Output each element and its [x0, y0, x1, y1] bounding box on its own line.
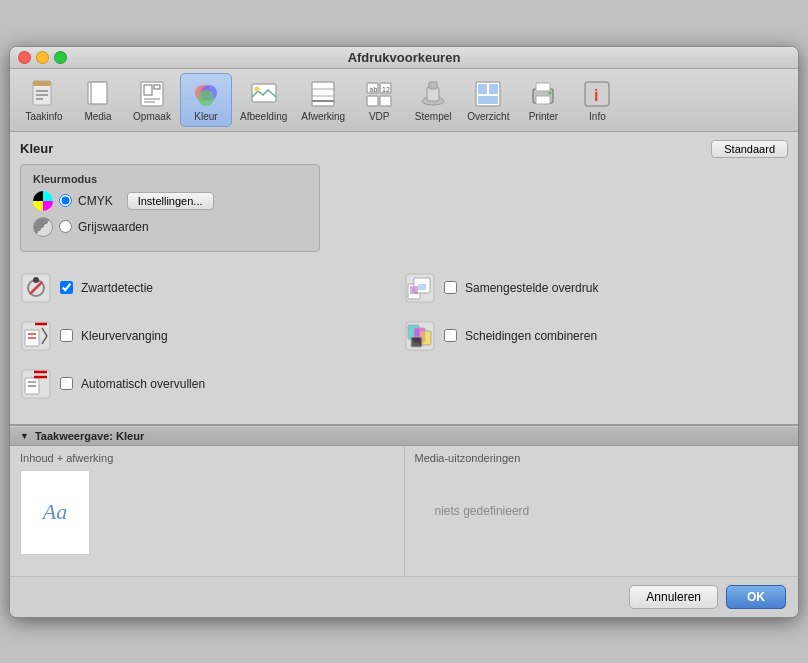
samengesteld-label: Samengestelde overdruk [465, 281, 598, 295]
grijs-label: Grijswaarden [78, 220, 149, 234]
toolbar-item-afbeelding[interactable]: Afbeelding [234, 74, 293, 126]
svg-rect-31 [478, 84, 487, 94]
option-samengesteld: Samengestelde overdruk [404, 264, 788, 312]
task-panel-header: ▼ Taakweergave: Kleur [10, 426, 798, 446]
samengesteld-checkbox[interactable] [444, 281, 457, 294]
gray-color-icon [33, 217, 53, 237]
toolbar-item-overzicht[interactable]: Overzicht [461, 74, 515, 126]
chevron-down-icon: ▼ [20, 431, 29, 441]
toolbar-label-opmaak: Opmaak [133, 111, 171, 122]
toolbar-item-stempel[interactable]: Stempel [407, 74, 459, 126]
svg-rect-33 [478, 96, 498, 104]
toolbar-item-vdp[interactable]: ab 12 VDP [353, 74, 405, 126]
svg-rect-6 [91, 82, 107, 104]
scheidingen-checkbox[interactable] [444, 329, 457, 342]
afwerking-icon [307, 78, 339, 110]
toolbar-item-kleur[interactable]: Kleur [180, 73, 232, 127]
close-button[interactable] [18, 51, 31, 64]
toolbar-label-printer: Printer [529, 111, 558, 122]
svg-text:ab: ab [370, 86, 378, 93]
kleurvervanging-icon [20, 320, 52, 352]
toolbar-item-printer[interactable]: Printer [517, 74, 569, 126]
stempel-icon [417, 78, 449, 110]
scheidingen-icon [404, 320, 436, 352]
ok-button[interactable]: OK [726, 585, 786, 609]
automatisch-icon [20, 368, 52, 400]
options-grid: Zwartdetectie [20, 264, 788, 416]
info-icon: i [581, 78, 613, 110]
svg-rect-17 [312, 82, 334, 106]
cmyk-label: CMYK [78, 194, 113, 208]
toolbar-label-overzicht: Overzicht [467, 111, 509, 122]
svg-rect-24 [380, 96, 391, 106]
svg-rect-23 [367, 96, 378, 106]
opmaak-icon [136, 78, 168, 110]
cmyk-radio[interactable] [59, 194, 72, 207]
svg-point-16 [254, 86, 259, 91]
cancel-button[interactable]: Annuleren [629, 585, 718, 609]
toolbar-item-media[interactable]: Media [72, 74, 124, 126]
task-panel-body: Inhoud + afwerking Aa Media-uitzondering… [10, 446, 798, 576]
toolbar-label-vdp: VDP [369, 111, 390, 122]
zwartdetectie-label: Zwartdetectie [81, 281, 153, 295]
kleur-icon [190, 78, 222, 110]
window-title: Afdrukvoorkeuren [348, 50, 461, 65]
titlebar: Afdrukvoorkeuren [10, 47, 798, 69]
toolbar-item-info[interactable]: i Info [571, 74, 623, 126]
options-right-col: Samengestelde overdruk Scheid [404, 264, 788, 408]
task-col-title-2: Media-uitzonderingen [415, 452, 789, 464]
task-col-title-1: Inhoud + afwerking [20, 452, 394, 464]
afbeelding-icon [248, 78, 280, 110]
toolbar-item-opmaak[interactable]: Opmaak [126, 74, 178, 126]
task-col-content: Inhoud + afwerking Aa [10, 446, 405, 576]
titlebar-buttons [18, 51, 67, 64]
svg-point-37 [549, 91, 552, 94]
toolbar-label-afbeelding: Afbeelding [240, 111, 287, 122]
toolbar-label-taakinfo: Taakinfo [25, 111, 62, 122]
option-scheidingen: Scheidingen combineren [404, 312, 788, 360]
maximize-button[interactable] [54, 51, 67, 64]
task-col-media: Media-uitzonderingen niets gedefinieerd [405, 446, 799, 576]
grijs-radio[interactable] [59, 220, 72, 233]
svg-point-14 [198, 90, 214, 106]
zwartdetectie-checkbox[interactable] [60, 281, 73, 294]
svg-rect-36 [536, 96, 550, 104]
standard-button[interactable]: Standaard [711, 140, 788, 158]
main-window: Afdrukvoorkeuren Taakinfo [9, 46, 799, 618]
toolbar-item-taakinfo[interactable]: Taakinfo [18, 74, 70, 126]
kleurvervanging-label: Kleurvervanging [81, 329, 168, 343]
cmyk-color-icon [33, 191, 53, 211]
kleurvervanging-checkbox[interactable] [60, 329, 73, 342]
toolbar-label-afwerking: Afwerking [301, 111, 345, 122]
option-zwartdetectie: Zwartdetectie [20, 264, 404, 312]
minimize-button[interactable] [36, 51, 49, 64]
svg-rect-58 [411, 337, 422, 347]
svg-rect-1 [33, 81, 51, 86]
color-mode-box: Kleurmodus CMYK Instellingen... Grijswaa… [20, 164, 320, 252]
svg-point-42 [33, 277, 39, 283]
automatisch-checkbox[interactable] [60, 377, 73, 390]
svg-text:12: 12 [382, 86, 390, 93]
preview-text: Aa [43, 499, 67, 525]
options-left-col: Zwartdetectie [20, 264, 404, 408]
overzicht-icon [472, 78, 504, 110]
svg-rect-35 [536, 83, 550, 91]
option-automatisch: Automatisch overvullen [20, 360, 404, 408]
toolbar-label-stempel: Stempel [415, 111, 452, 122]
scheidingen-label: Scheidingen combineren [465, 329, 597, 343]
printer-icon [527, 78, 559, 110]
cmyk-row: CMYK Instellingen... [33, 191, 307, 211]
grijs-row: Grijswaarden [33, 217, 307, 237]
media-icon [82, 78, 114, 110]
section-header: Kleur Standaard [20, 140, 788, 158]
task-panel-title: Taakweergave: Kleur [35, 430, 144, 442]
niets-text: niets gedefinieerd [415, 504, 789, 518]
instellingen-button[interactable]: Instellingen... [127, 192, 214, 210]
svg-text:i: i [594, 87, 598, 104]
automatisch-label: Automatisch overvullen [81, 377, 205, 391]
bottom-bar: Annuleren OK [10, 576, 798, 617]
color-mode-title: Kleurmodus [33, 173, 307, 185]
toolbar-label-info: Info [589, 111, 606, 122]
toolbar-item-afwerking[interactable]: Afwerking [295, 74, 351, 126]
main-content: Kleur Standaard Kleurmodus CMYK Instelli… [10, 132, 798, 424]
